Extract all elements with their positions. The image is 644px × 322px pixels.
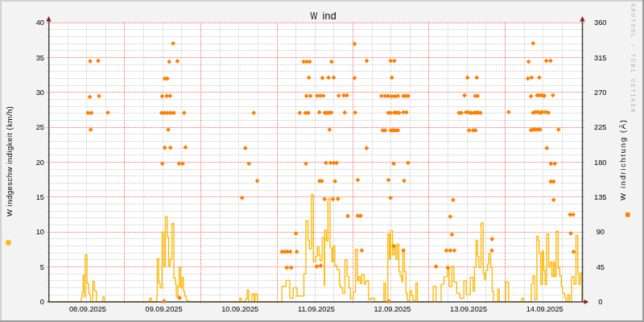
svg-text:11.09.2025: 11.09.2025 [298,305,335,313]
svg-text:ind: ind [323,10,336,22]
svg-text:360: 360 [594,19,607,27]
svg-text:08.09.2025: 08.09.2025 [69,305,106,313]
svg-text:225: 225 [594,123,607,131]
svg-text:30: 30 [36,89,44,97]
svg-text:10.09.2025: 10.09.2025 [221,305,258,313]
svg-text:W indgeschw indigkeit (km/h): W indgeschw indigkeit (km/h) [5,106,14,217]
svg-text:RRDTOOL / TOBI OETIKER: RRDTOOL / TOBI OETIKER [630,4,636,114]
svg-text:25: 25 [36,123,44,131]
svg-text:5: 5 [40,263,44,271]
svg-text:W indrichtung (Â): W indrichtung (Â) [618,120,627,200]
svg-text:0: 0 [40,298,44,306]
svg-text:90: 90 [597,228,605,236]
svg-text:W: W [311,10,318,22]
svg-text:135: 135 [594,193,607,201]
svg-text:45: 45 [597,263,605,271]
svg-text:315: 315 [594,54,607,62]
svg-text:270: 270 [594,89,607,97]
svg-text:35: 35 [36,54,44,62]
svg-text:40: 40 [36,19,44,27]
svg-text:12.09.2025: 12.09.2025 [374,305,411,313]
svg-text:14.09.2025: 14.09.2025 [526,305,564,313]
svg-text:09.09.2025: 09.09.2025 [146,305,183,313]
svg-text:0: 0 [598,298,602,306]
svg-text:15: 15 [36,193,44,201]
svg-text:180: 180 [594,159,607,167]
svg-text:13.09.2025: 13.09.2025 [450,305,487,313]
svg-text:20: 20 [36,159,44,167]
svg-text:10: 10 [36,228,44,236]
